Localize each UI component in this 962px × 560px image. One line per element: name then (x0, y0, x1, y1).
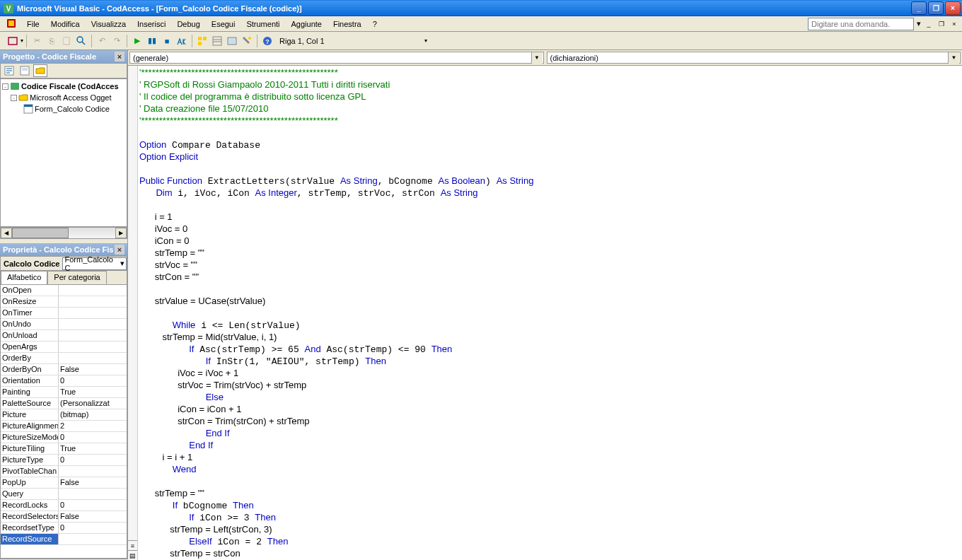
tree-form[interactable]: Form_Calcolo Codice (2, 103, 125, 115)
svg-rect-10 (213, 37, 221, 45)
property-row[interactable]: Orientation0 (1, 375, 127, 387)
cursor-position: Riga 1, Col 1 (279, 37, 325, 45)
svg-rect-8 (203, 37, 207, 40)
project-icon (10, 81, 20, 91)
property-row[interactable]: PictureSizeMode0 (1, 432, 127, 443)
project-hscroll[interactable]: ◀ ▶ (0, 227, 127, 239)
dropdown-icon[interactable]: ▼ (531, 52, 543, 64)
title-text: Microsoft Visual Basic - CodAccess - [Fo… (17, 4, 302, 13)
property-row[interactable]: PaintingTrue (1, 387, 127, 398)
menu-debug[interactable]: Debug (171, 18, 205, 30)
tree-root[interactable]: - Codice Fiscale (CodAcces (2, 81, 125, 92)
property-row[interactable]: OnUnload (1, 330, 127, 342)
design-mode-button[interactable] (175, 34, 189, 48)
collapse-icon[interactable]: - (11, 95, 17, 101)
svg-rect-3 (8, 21, 14, 26)
mdi-close-button[interactable]: × (949, 19, 959, 28)
view-object-button[interactable] (18, 64, 32, 77)
property-row[interactable]: RecordSource (1, 534, 127, 545)
view-code-button[interactable] (2, 64, 16, 77)
property-row[interactable]: RecordLocks0 (1, 500, 127, 511)
property-row[interactable]: OnOpen (1, 285, 127, 296)
toggle-folders-button[interactable] (33, 64, 47, 77)
code-editor[interactable]: ≡ ▤ '***********************************… (128, 66, 962, 560)
scroll-left-icon[interactable]: ◀ (1, 228, 12, 238)
menu-edit[interactable]: Modifica (45, 18, 86, 30)
procedure-view-button[interactable]: ≡ (128, 540, 137, 550)
dropdown-icon[interactable]: ▾ (120, 259, 124, 268)
menu-insert[interactable]: Inserisci (132, 18, 171, 30)
cut-button[interactable]: ✂ (30, 34, 44, 48)
property-row[interactable]: OnResize (1, 296, 127, 308)
menu-help[interactable]: ? (367, 18, 383, 30)
scroll-right-icon[interactable]: ▶ (115, 228, 127, 238)
menu-run[interactable]: Esegui (206, 18, 241, 30)
property-row[interactable]: RecordsetType0 (1, 523, 127, 534)
property-row[interactable]: OpenArgs (1, 342, 127, 353)
project-tree[interactable]: - Codice Fiscale (CodAcces - Microsoft A… (0, 78, 127, 227)
properties-window-button[interactable] (210, 34, 224, 48)
title-bar: V Microsoft Visual Basic - CodAccess - [… (0, 0, 962, 16)
toolbox-button[interactable] (240, 34, 254, 48)
properties-panel-close-button[interactable]: × (115, 245, 124, 255)
folder-icon (18, 93, 28, 103)
menu-window[interactable]: Finestra (328, 18, 367, 30)
property-object-selector[interactable]: Calcolo Codice Form_Calcolo C▾ (1, 257, 127, 271)
svg-rect-7 (198, 37, 202, 40)
redo-button[interactable]: ↷ (110, 34, 124, 48)
tree-folder[interactable]: - Microsoft Access Ogget (2, 92, 125, 103)
menu-addons[interactable]: Aggiunte (286, 18, 328, 30)
property-row[interactable]: OnUndo (1, 319, 127, 330)
undo-button[interactable]: ↶ (95, 34, 109, 48)
app-icon: V (3, 3, 14, 14)
property-row[interactable]: PaletteSource(Personalizzat (1, 398, 127, 409)
askbox-dropdown-icon[interactable]: ▾ (917, 19, 921, 28)
find-button[interactable] (74, 34, 88, 48)
tab-categorized[interactable]: Per categoria (47, 271, 106, 284)
stop-button[interactable]: ■ (160, 34, 174, 48)
full-module-view-button[interactable]: ▤ (128, 550, 137, 560)
tab-alphabetic[interactable]: Alfabetico (1, 271, 47, 284)
menu-file[interactable]: File (21, 18, 45, 30)
mdi-restore-button[interactable]: ❐ (937, 19, 946, 28)
property-row[interactable]: OrderByOnFalse (1, 364, 127, 375)
property-row[interactable]: Picture(bitmap) (1, 409, 127, 421)
code-margin: ≡ ▤ (128, 66, 138, 560)
project-panel-close-button[interactable]: × (115, 52, 124, 62)
menu-view[interactable]: Visualizza (86, 18, 132, 30)
property-row[interactable]: PivotTableChan (1, 466, 127, 477)
property-row[interactable]: OrderBy (1, 353, 127, 364)
property-row[interactable]: PopUpFalse (1, 477, 127, 489)
menu-tools[interactable]: Strumenti (240, 18, 285, 30)
procedure-combo[interactable]: (dichiarazioni) ▼ (547, 52, 961, 64)
mdi-minimize-button[interactable]: _ (924, 19, 934, 28)
close-button[interactable]: × (945, 1, 961, 15)
svg-rect-23 (11, 83, 19, 90)
run-button[interactable]: ▶ (130, 34, 144, 48)
object-browser-button[interactable] (225, 34, 239, 48)
project-explorer-button[interactable] (195, 34, 209, 48)
property-row[interactable]: RecordSelectorsFalse (1, 511, 127, 523)
help-button[interactable]: ? (260, 34, 274, 48)
property-row[interactable]: PictureType0 (1, 455, 127, 466)
collapse-icon[interactable]: - (2, 83, 8, 90)
view-access-button[interactable] (6, 34, 20, 48)
svg-rect-4 (8, 37, 17, 45)
pause-button[interactable]: ▮▮ (145, 34, 159, 48)
maximize-button[interactable]: ❐ (928, 1, 944, 15)
property-row[interactable]: OnTimer (1, 308, 127, 319)
code-text[interactable]: '***************************************… (138, 66, 962, 560)
dropdown-icon[interactable]: ▼ (948, 52, 959, 64)
property-row[interactable]: PictureAlignmen2 (1, 421, 127, 432)
properties-grid[interactable]: OnOpenOnResizeOnTimerOnUndoOnUnloadOpenA… (1, 285, 127, 558)
property-row[interactable]: PictureTilingTrue (1, 443, 127, 455)
svg-text:V: V (6, 5, 11, 13)
copy-button[interactable]: ⎘ (45, 34, 59, 48)
toolbar: ▾ ✂ ⎘ 📋 ↶ ↷ ▶ ▮▮ ■ ? Riga 1, Col 1 ▾ (0, 32, 962, 50)
property-row[interactable]: Query (1, 489, 127, 500)
svg-text:?: ? (265, 38, 270, 45)
ask-question-input[interactable] (808, 18, 914, 30)
paste-button[interactable]: 📋 (59, 34, 74, 48)
object-combo[interactable]: (generale) ▼ (129, 52, 544, 64)
minimize-button[interactable]: _ (911, 1, 927, 15)
